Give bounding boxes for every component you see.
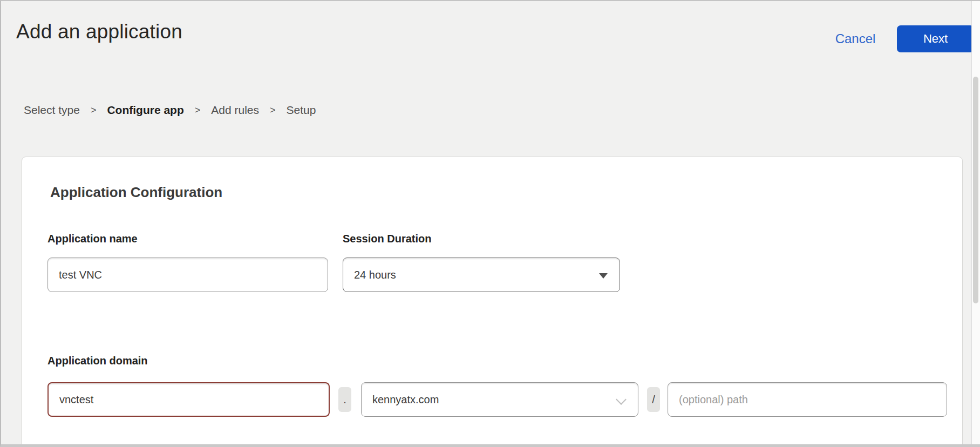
breadcrumb-separator: > — [195, 105, 201, 116]
domain-select[interactable]: kennyatx.com — [361, 382, 638, 417]
session-duration-value: 24 hours — [354, 269, 396, 281]
breadcrumb: Select type > Configure app > Add rules … — [24, 104, 316, 117]
breadcrumb-step-add-rules[interactable]: Add rules — [211, 104, 259, 117]
chevron-down-icon — [616, 394, 627, 405]
next-button[interactable]: Next — [897, 25, 974, 52]
breadcrumb-step-setup[interactable]: Setup — [287, 104, 316, 117]
breadcrumb-separator: > — [270, 105, 276, 116]
application-name-input[interactable] — [47, 258, 328, 292]
card-heading: Application Configuration — [50, 184, 222, 201]
page-title: Add an application — [16, 21, 182, 43]
dot-separator: . — [338, 387, 351, 412]
session-duration-select[interactable]: 24 hours — [343, 258, 620, 292]
path-input[interactable] — [668, 382, 947, 417]
cancel-button[interactable]: Cancel — [826, 26, 885, 52]
subdomain-input[interactable] — [47, 382, 330, 417]
add-application-page: Add an application Cancel Next Select ty… — [0, 0, 980, 447]
vertical-scrollbar[interactable] — [971, 1, 980, 444]
application-configuration-card: Application Configuration Application na… — [22, 157, 963, 447]
application-name-label: Application name — [47, 233, 138, 245]
domain-select-value: kennyatx.com — [372, 394, 439, 406]
slash-separator: / — [647, 387, 660, 412]
breadcrumb-step-select-type[interactable]: Select type — [24, 104, 80, 117]
session-duration-label: Session Duration — [343, 233, 431, 245]
caret-down-icon — [599, 273, 608, 279]
scrollbar-thumb[interactable] — [973, 77, 978, 303]
breadcrumb-step-configure-app[interactable]: Configure app — [107, 104, 183, 117]
breadcrumb-separator: > — [91, 105, 97, 116]
application-domain-label: Application domain — [47, 355, 148, 367]
